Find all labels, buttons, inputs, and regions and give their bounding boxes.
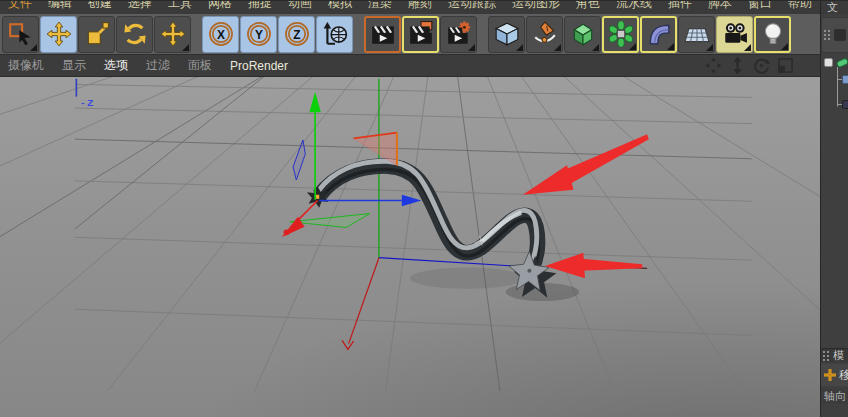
render-settings-icon xyxy=(446,21,472,47)
render-to-picture-viewer-icon xyxy=(408,21,434,47)
attributes-mode-menu[interactable]: 模 xyxy=(833,348,844,362)
menu-snap[interactable]: 捕捉 xyxy=(240,1,280,14)
menu-create[interactable]: 创建 xyxy=(80,1,120,14)
menu-select[interactable]: 选择 xyxy=(120,1,160,14)
viewport-menu-prorender[interactable]: ProRender xyxy=(230,59,288,73)
viewport-maximize-icon[interactable] xyxy=(776,57,794,75)
viewport-menu-camera[interactable]: 摄像机 xyxy=(8,57,44,74)
axis-label-minus-z: - Z xyxy=(81,97,93,108)
svg-text:Y: Y xyxy=(255,28,263,42)
lock-z-axis-button[interactable]: Z xyxy=(278,16,315,53)
panel-file-menu[interactable]: 文 xyxy=(827,1,838,14)
menu-script[interactable]: 脚本 xyxy=(700,1,740,14)
viewport-rotate-icon[interactable] xyxy=(752,57,770,75)
child-profile-icon[interactable] xyxy=(842,100,848,109)
viewport-controls xyxy=(704,57,794,75)
render-to-picture-viewer-button[interactable] xyxy=(402,16,439,53)
viewport-pan-icon[interactable] xyxy=(704,57,722,75)
gizmo-x-handle[interactable] xyxy=(282,200,318,237)
lock-y-axis-button[interactable]: Y xyxy=(240,16,277,53)
world-axes xyxy=(76,79,539,350)
menu-window[interactable]: 窗口 xyxy=(740,1,780,14)
child-spline-icon[interactable] xyxy=(842,75,848,84)
menu-plugins[interactable]: 插件 xyxy=(660,1,700,14)
coordinate-system-icon xyxy=(322,21,348,47)
menu-help[interactable]: 帮助 xyxy=(780,1,820,14)
camera-icon xyxy=(722,21,748,47)
z-axis-icon: Z xyxy=(284,21,310,47)
x-axis-icon: X xyxy=(208,21,234,47)
live-selection-button[interactable] xyxy=(2,16,39,53)
generator-array-icon xyxy=(608,21,634,47)
move-tool-button[interactable] xyxy=(40,16,77,53)
menu-render[interactable]: 渲染 xyxy=(360,1,400,14)
tube-shadow xyxy=(410,268,524,289)
floor-grid-icon xyxy=(684,21,710,47)
viewport-menu-options[interactable]: 选项 xyxy=(104,57,128,74)
scale-icon xyxy=(84,21,110,47)
scale-tool-button[interactable] xyxy=(78,16,115,53)
panel-tool-icon[interactable] xyxy=(834,29,846,41)
light-bulb-icon xyxy=(760,21,786,47)
grid-lines xyxy=(0,77,820,391)
menu-pipeline[interactable]: 流水线 xyxy=(608,1,660,14)
generators-button[interactable] xyxy=(602,16,639,53)
lock-x-axis-button[interactable]: X xyxy=(202,16,239,53)
menu-edit[interactable]: 编辑 xyxy=(40,1,80,14)
rotate-icon xyxy=(122,21,148,47)
camera-button[interactable] xyxy=(716,16,753,53)
gizmo-z-handle[interactable] xyxy=(319,195,421,206)
move-tool-attr-icon xyxy=(823,368,837,382)
viewport-scene: - Z xyxy=(0,77,820,417)
menu-animate[interactable]: 动画 xyxy=(280,1,320,14)
menu-motion-tracker[interactable]: 运动跟踪 xyxy=(440,1,504,14)
subdivision-surface-button[interactable] xyxy=(564,16,601,53)
pen-icon xyxy=(532,21,558,47)
edit-render-settings-button[interactable] xyxy=(440,16,477,53)
render-view-button[interactable] xyxy=(364,16,401,53)
menu-simulate[interactable]: 模拟 xyxy=(320,1,360,14)
attributes-tab-axis[interactable]: 轴向 xyxy=(824,389,846,404)
viewport-menu-panel[interactable]: 面板 xyxy=(188,57,212,74)
right-panel-strip: 文 模 移 轴向 xyxy=(820,1,848,417)
pen-spline-button[interactable] xyxy=(526,16,563,53)
cube-icon xyxy=(494,21,520,47)
svg-text:Z: Z xyxy=(293,28,300,42)
last-used-tool-button[interactable] xyxy=(154,16,191,53)
main-toolbar: X Y Z xyxy=(0,14,820,55)
rotate-tool-button[interactable] xyxy=(116,16,153,53)
attributes-tool-title: 移 xyxy=(839,367,848,384)
cinema4d-window: 文件 编辑 创建 选择 工具 网格 捕捉 动画 模拟 渲染 雕刻 运动跟踪 运动… xyxy=(0,0,848,417)
render-view-icon xyxy=(370,21,396,47)
menu-tools[interactable]: 工具 xyxy=(160,1,200,14)
coordinate-system-button[interactable] xyxy=(316,16,353,53)
bend-deformer-icon xyxy=(646,21,672,47)
menu-file[interactable]: 文件 xyxy=(0,1,40,14)
svg-text:X: X xyxy=(217,28,225,42)
annotation-arrow-upper xyxy=(523,134,649,195)
viewport-zoom-icon[interactable] xyxy=(728,57,746,75)
light-button[interactable] xyxy=(754,16,791,53)
menu-sculpt[interactable]: 雕刻 xyxy=(400,1,440,14)
viewport-menubar: 摄像机 显示 选项 过滤 面板 ProRender xyxy=(0,55,820,77)
panel-grip[interactable] xyxy=(823,29,832,41)
viewport-menu-display[interactable]: 显示 xyxy=(62,57,86,74)
y-axis-icon: Y xyxy=(246,21,272,47)
subdivision-surface-icon xyxy=(570,21,596,47)
menu-mesh[interactable]: 网格 xyxy=(200,1,240,14)
deformers-button[interactable] xyxy=(640,16,677,53)
menu-mograph[interactable]: 运动图形 xyxy=(504,1,568,14)
attributes-grip[interactable] xyxy=(822,350,831,362)
live-selection-icon xyxy=(8,21,34,47)
menubar: 文件 编辑 创建 选择 工具 网格 捕捉 动画 模拟 渲染 雕刻 运动跟踪 运动… xyxy=(0,1,820,14)
move-icon xyxy=(160,21,186,47)
object-visibility-icon[interactable] xyxy=(824,58,833,67)
viewport-menu-filter[interactable]: 过滤 xyxy=(146,57,170,74)
3d-viewport[interactable]: - Z xyxy=(0,77,820,417)
add-cube-button[interactable] xyxy=(488,16,525,53)
menu-character[interactable]: 角色 xyxy=(568,1,608,14)
move-icon xyxy=(46,21,72,47)
floor-environment-button[interactable] xyxy=(678,16,715,53)
